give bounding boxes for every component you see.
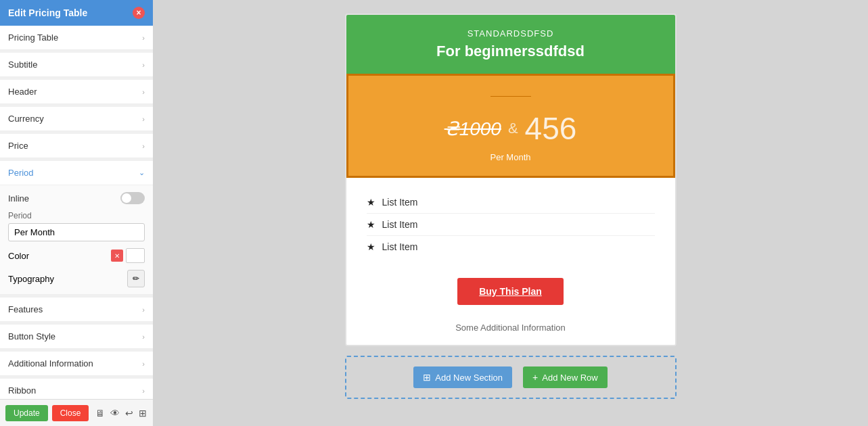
color-picker-box[interactable] [126,248,145,263]
sidebar-item-header[interactable]: Header › [0,80,153,104]
old-price: ₴1000 [444,118,501,140]
chevron-right-icon: › [142,34,145,42]
buy-button[interactable]: Buy This Plan [457,278,564,305]
pricing-body: ₴1000 & 456 Per Month [346,74,675,178]
close-panel-button[interactable]: × [133,7,145,19]
add-section-bar: ⊞ Add New Section + Add New Row [345,356,677,399]
price-divider [490,96,531,97]
footer-icons: 🖥 👁 ↩ ⊞ [95,408,147,419]
star-icon: ★ [367,197,375,208]
sidebar-item-label: Period [8,168,34,178]
chevron-right-icon: › [142,88,145,96]
left-panel: Edit Pricing Table × Pricing Table › Sub… [0,0,153,426]
panel-footer: Update Close 🖥 👁 ↩ ⊞ [0,399,153,426]
sidebar-item-label: Currency [8,114,44,124]
pricing-card-header: STANDARDSDFSD For beginnerssdfdsd [346,15,675,74]
panel-header: Edit Pricing Table × [0,0,153,26]
feature-label: List Item [382,219,418,230]
list-item: ★ List Item [367,191,655,214]
sidebar-item-label: Ribbon [8,385,36,396]
chevron-right-icon: › [142,387,145,395]
new-price: 456 [525,110,577,147]
main-content-area: STANDARDSDFSD For beginnerssdfdsd ₴1000 … [153,0,868,426]
ampersand: & [508,120,518,137]
chevron-right-icon: › [142,306,145,314]
panel-title: Edit Pricing Table [8,7,87,18]
sidebar-item-price[interactable]: Price › [0,134,153,158]
chevron-right-icon: › [142,142,145,150]
pricing-cta: Buy This Plan [346,271,675,316]
sidebar-item-period[interactable]: Period ⌄ [0,161,153,185]
sidebar-item-ribbon[interactable]: Ribbon › [0,379,153,399]
history-icon[interactable]: ↩ [125,408,133,419]
list-item: ★ List Item [367,236,655,258]
star-icon: ★ [367,219,375,230]
sitemap-icon[interactable]: ⊞ [139,408,147,419]
panel-scroll-area: Pricing Table › Subtitle › Header › Curr… [0,26,153,399]
typography-label: Typography [8,274,54,284]
sidebar-item-label: Header [8,87,37,97]
sidebar-item-pricing-table[interactable]: Pricing Table › [0,26,153,50]
feature-label: List Item [382,241,418,252]
add-row-label: Add New Row [542,373,597,383]
price-period: Per Month [362,152,660,162]
sidebar-item-subtitle[interactable]: Subtitle › [0,53,153,77]
close-button[interactable]: Close [52,405,89,421]
period-input[interactable] [8,223,145,241]
add-new-section-button[interactable]: ⊞ Add New Section [413,366,512,388]
add-section-label: Add New Section [435,373,503,383]
inline-label: Inline [8,193,29,204]
update-button[interactable]: Update [5,405,48,421]
sidebar-item-label: Price [8,141,28,151]
plan-subtitle: For beginnerssdfdsd [360,43,662,60]
plus-icon: + [532,372,538,383]
chevron-down-icon: ⌄ [139,168,145,177]
inline-toggle[interactable] [120,192,145,204]
typography-edit-button[interactable]: ✏ [127,270,145,287]
chevron-right-icon: › [142,333,145,341]
plus-icon: ⊞ [423,372,431,383]
pricing-features: ★ List Item ★ List Item ★ List Item [346,178,675,271]
sidebar-item-currency[interactable]: Currency › [0,107,153,131]
sidebar-item-label: Additional Information [8,358,93,369]
sidebar-item-label: Pricing Table [8,32,58,43]
plan-name: STANDARDSDFSD [360,28,662,39]
color-label: Color [8,251,29,261]
sidebar-item-label: Button Style [8,331,55,341]
chevron-right-icon: › [142,360,145,368]
pricing-card: STANDARDSDFSD For beginnerssdfdsd ₴1000 … [345,14,677,346]
sidebar-item-additional-info[interactable]: Additional Information › [0,352,153,376]
chevron-right-icon: › [142,115,145,123]
additional-info: Some Additional Information [346,316,675,345]
price-row: ₴1000 & 456 [362,110,660,147]
list-item: ★ List Item [367,214,655,236]
eye-icon[interactable]: 👁 [110,408,120,419]
desktop-icon[interactable]: 🖥 [95,408,105,419]
sidebar-item-button-style[interactable]: Button Style › [0,325,153,349]
color-clear-button[interactable]: ✕ [111,250,123,262]
period-input-label: Period [8,211,145,220]
sidebar-item-features[interactable]: Features › [0,298,153,322]
sidebar-item-label: Subtitle [8,60,37,70]
star-icon: ★ [367,241,375,252]
add-new-row-button[interactable]: + Add New Row [523,366,608,388]
feature-label: List Item [382,197,418,208]
chevron-right-icon: › [142,61,145,69]
sidebar-item-label: Features [8,304,43,314]
period-expanded-section: Inline Period Color ✕ Typography ✏ [0,185,153,295]
